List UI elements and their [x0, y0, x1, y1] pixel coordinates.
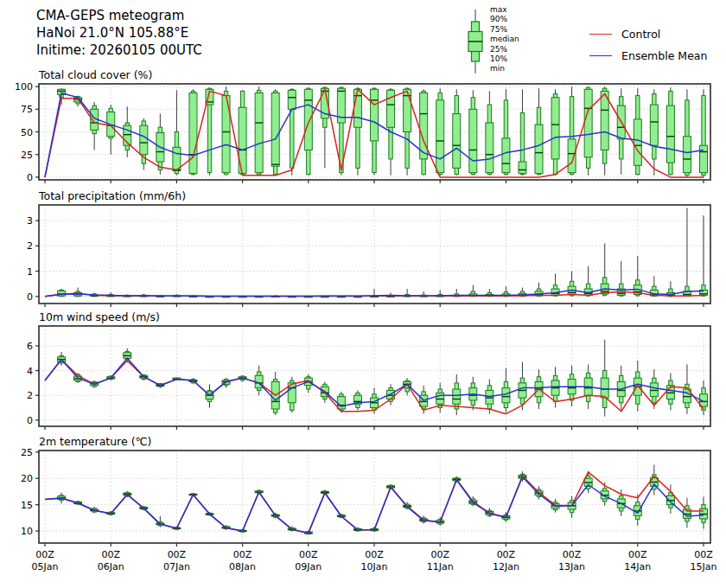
svg-text:00Z: 00Z: [497, 549, 516, 560]
svg-text:00Z: 00Z: [101, 549, 120, 560]
legend-ensemble-entry: Ensemble Mean: [589, 47, 707, 63]
boxplot-legend-label: median: [490, 35, 519, 44]
svg-text:10: 10: [21, 526, 33, 537]
svg-text:12Jan: 12Jan: [493, 561, 519, 572]
svg-text:50: 50: [21, 127, 33, 138]
svg-text:05Jan: 05Jan: [32, 561, 59, 572]
panel-title-precipitation: Total precipitation (mm/6h): [39, 189, 186, 203]
svg-text:09Jan: 09Jan: [295, 561, 322, 572]
svg-text:3: 3: [27, 215, 33, 227]
legend-control-label: Control: [621, 28, 660, 41]
svg-text:06Jan: 06Jan: [98, 561, 124, 572]
svg-text:6: 6: [27, 341, 33, 352]
inittime-label: Initime: 20260105 00UTC: [36, 42, 202, 59]
panel-title-cloud-cover: Total cloud cover (%): [39, 68, 152, 82]
svg-text:00Z: 00Z: [365, 549, 384, 560]
location-label: HaNoi 21.0°N 105.88°E: [36, 24, 202, 42]
svg-text:15Jan: 15Jan: [691, 561, 717, 572]
svg-text:07Jan: 07Jan: [163, 561, 190, 572]
panel-title-temperature: 2m temperature (℃): [39, 435, 151, 449]
boxplot-legend-glyph-icon: [462, 3, 488, 81]
svg-text:13Jan: 13Jan: [558, 561, 585, 572]
svg-text:15: 15: [21, 500, 33, 511]
svg-text:2: 2: [27, 240, 33, 252]
svg-text:00Z: 00Z: [430, 549, 449, 560]
svg-text:11Jan: 11Jan: [427, 561, 454, 572]
svg-text:00Z: 00Z: [168, 549, 187, 560]
boxplot-legend-label: 75%: [490, 25, 519, 35]
meteogram-chart: 0255075100012302461015202500Z05Jan00Z06J…: [0, 0, 726, 588]
svg-text:00Z: 00Z: [233, 549, 252, 560]
svg-text:75: 75: [21, 104, 33, 115]
svg-text:08Jan: 08Jan: [229, 561, 256, 572]
svg-text:00Z: 00Z: [563, 549, 582, 560]
svg-text:4: 4: [27, 366, 33, 377]
svg-text:00Z: 00Z: [35, 549, 54, 560]
svg-text:100: 100: [15, 81, 33, 93]
svg-text:0: 0: [27, 172, 33, 183]
boxplot-legend-label: 25%: [490, 45, 519, 54]
panel-title-wind-speed: 10m wind speed (m/s): [39, 310, 160, 324]
svg-text:1: 1: [27, 266, 33, 278]
svg-text:10Jan: 10Jan: [361, 561, 388, 572]
boxplot-legend-label: min: [490, 64, 519, 74]
header: CMA-GEPS meteogram HaNoi 21.0°N 105.88°E…: [36, 7, 202, 59]
boxplot-legend-labels: max90%75%median25%10%min: [490, 5, 519, 74]
control-line-swatch-icon: [589, 34, 612, 35]
svg-text:00Z: 00Z: [299, 549, 318, 560]
boxplot-legend-label: 10%: [490, 54, 519, 64]
legend-control-entry: Control: [589, 25, 660, 42]
svg-text:0: 0: [27, 291, 33, 303]
svg-text:25: 25: [21, 447, 33, 458]
ensemble-line-swatch-icon: [589, 55, 612, 56]
boxplot-legend-label: 90%: [490, 15, 519, 24]
legend-ensemble-label: Ensemble Mean: [621, 49, 707, 62]
svg-text:00Z: 00Z: [628, 549, 647, 560]
svg-text:00Z: 00Z: [694, 549, 713, 560]
boxplot-legend-label: max: [490, 5, 519, 15]
svg-text:2: 2: [27, 390, 33, 401]
svg-text:14Jan: 14Jan: [624, 561, 651, 572]
svg-text:20: 20: [21, 473, 33, 484]
svg-text:0: 0: [27, 415, 33, 426]
svg-text:25: 25: [21, 150, 33, 161]
page-title: CMA-GEPS meteogram: [36, 7, 202, 24]
